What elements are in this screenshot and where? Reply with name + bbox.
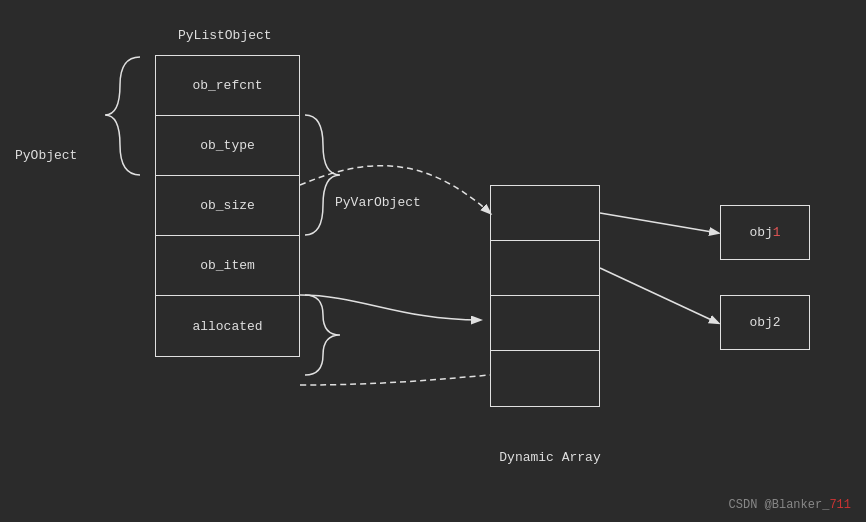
cell-ob-type: ob_type	[156, 116, 299, 176]
watermark-suffix: 711	[829, 498, 851, 512]
dynamic-array-box	[490, 185, 600, 407]
da-cell-1	[491, 186, 599, 241]
pylist-object-label: PyListObject	[178, 28, 272, 43]
dynamic-array-label: Dynamic Array	[495, 450, 605, 465]
diagram-container: PyListObject ob_refcnt ob_type ob_size o…	[0, 0, 866, 522]
cell-ob-item: ob_item	[156, 236, 299, 296]
obj1-box: obj1	[720, 205, 810, 260]
obj1-label: obj1	[749, 225, 780, 240]
watermark-prefix: CSDN @Blanker_	[729, 498, 830, 512]
arrows-svg	[0, 0, 866, 522]
watermark: CSDN @Blanker_711	[729, 498, 851, 512]
da-cell-2	[491, 241, 599, 296]
obj2-label: obj2	[749, 315, 780, 330]
cell-allocated: allocated	[156, 296, 299, 356]
cell-ob-refcnt: ob_refcnt	[156, 56, 299, 116]
pylist-box: ob_refcnt ob_type ob_size ob_item alloca…	[155, 55, 300, 357]
svg-line-1	[600, 268, 718, 323]
pyvarobject-label: PyVarObject	[335, 195, 421, 210]
cell-ob-size: ob_size	[156, 176, 299, 236]
pyobject-label: PyObject	[15, 148, 77, 163]
da-cell-3	[491, 296, 599, 351]
svg-line-0	[600, 213, 718, 233]
da-cell-4	[491, 351, 599, 406]
obj2-box: obj2	[720, 295, 810, 350]
